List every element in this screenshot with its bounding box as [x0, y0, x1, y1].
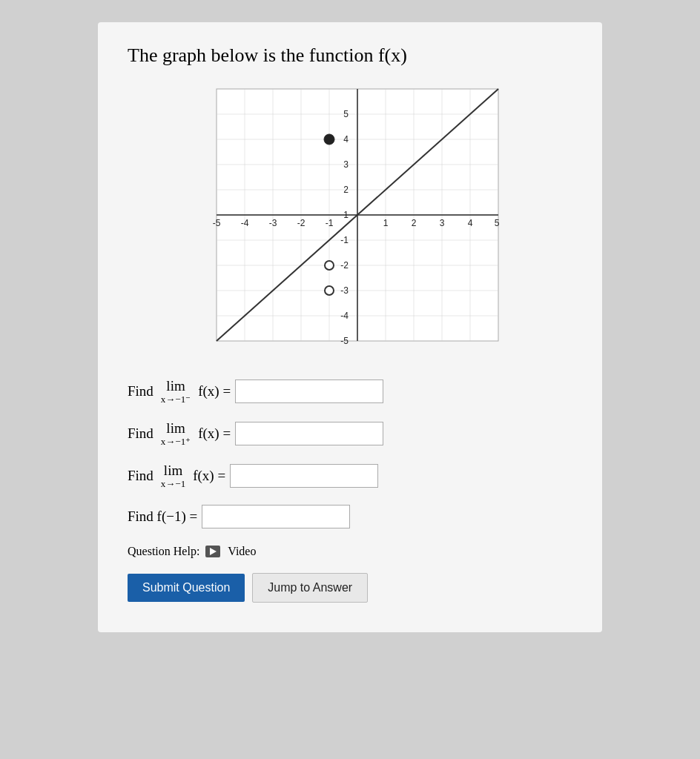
svg-text:2: 2	[343, 185, 349, 195]
svg-text:1: 1	[383, 218, 389, 228]
svg-text:3: 3	[343, 159, 349, 170]
q2-lim-block: lim x→−1⁺	[161, 420, 191, 446]
q3-find-label: Find	[128, 468, 153, 484]
question-1-row: Find lim x→−1⁻ f(x) =	[128, 378, 572, 404]
svg-text:1: 1	[343, 210, 349, 220]
svg-text:-4: -4	[241, 218, 249, 228]
svg-text:4: 4	[343, 134, 349, 145]
q3-lim-block: lim x→−1	[161, 463, 185, 488]
jump-to-answer-button[interactable]: Jump to Answer	[252, 573, 368, 603]
svg-point-42	[325, 261, 334, 270]
q1-find-label: Find	[128, 383, 153, 400]
page-container: The graph below is the function f(x)	[98, 22, 602, 632]
svg-text:-3: -3	[269, 218, 277, 228]
svg-text:-5: -5	[340, 336, 349, 346]
svg-text:5: 5	[495, 218, 500, 228]
question-2-row: Find lim x→−1⁺ f(x) =	[128, 420, 572, 446]
svg-text:-1: -1	[340, 235, 349, 245]
q2-fx-label: f(x) =	[198, 425, 231, 442]
q3-lim-word: lim	[164, 463, 182, 479]
question-3-row: Find lim x→−1 f(x) =	[128, 463, 572, 488]
svg-text:3: 3	[440, 218, 445, 228]
svg-text:-2: -2	[340, 260, 349, 271]
q4-answer-input[interactable]	[202, 505, 350, 528]
svg-text:2: 2	[412, 218, 417, 228]
buttons-row: Submit Question Jump to Answer	[128, 573, 572, 603]
video-triangle	[210, 548, 217, 555]
svg-text:-3: -3	[340, 285, 349, 296]
q2-answer-input[interactable]	[235, 422, 383, 445]
q1-fx-label: f(x) =	[198, 383, 231, 400]
q2-lim-sub: x→−1⁺	[161, 437, 191, 446]
question-help-row: Question Help: Video	[128, 545, 572, 558]
q2-lim-word: lim	[166, 420, 185, 437]
graph-svg: -5 -4 -3 -2 -1 1 2 3 4 5 5 4 3 2 1 -1 -2…	[194, 82, 506, 356]
q4-label: Find f(−1) =	[128, 508, 197, 525]
svg-point-43	[325, 286, 334, 295]
svg-text:5: 5	[343, 109, 349, 119]
svg-point-44	[324, 134, 334, 145]
svg-text:-5: -5	[213, 218, 221, 228]
question-help-label: Question Help:	[128, 545, 199, 558]
graph-container: -5 -4 -3 -2 -1 1 2 3 4 5 5 4 3 2 1 -1 -2…	[194, 82, 506, 356]
q3-fx-label: f(x) =	[193, 468, 225, 484]
submit-question-button[interactable]: Submit Question	[128, 574, 245, 602]
svg-text:-2: -2	[297, 218, 306, 228]
q3-answer-input[interactable]	[230, 464, 378, 488]
question-4-row: Find f(−1) =	[128, 505, 572, 528]
q3-lim-sub: x→−1	[161, 479, 185, 488]
q1-lim-sub: x→−1⁻	[161, 394, 191, 404]
svg-text:-1: -1	[326, 218, 334, 228]
page-title: The graph below is the function f(x)	[128, 44, 572, 67]
q2-find-label: Find	[128, 425, 153, 442]
q1-lim-word: lim	[166, 378, 185, 394]
svg-text:4: 4	[468, 218, 473, 228]
video-label: Video	[228, 545, 256, 558]
svg-text:-4: -4	[340, 311, 349, 321]
q1-answer-input[interactable]	[235, 380, 383, 403]
q1-lim-block: lim x→−1⁻	[161, 378, 191, 404]
video-icon	[205, 546, 220, 557]
